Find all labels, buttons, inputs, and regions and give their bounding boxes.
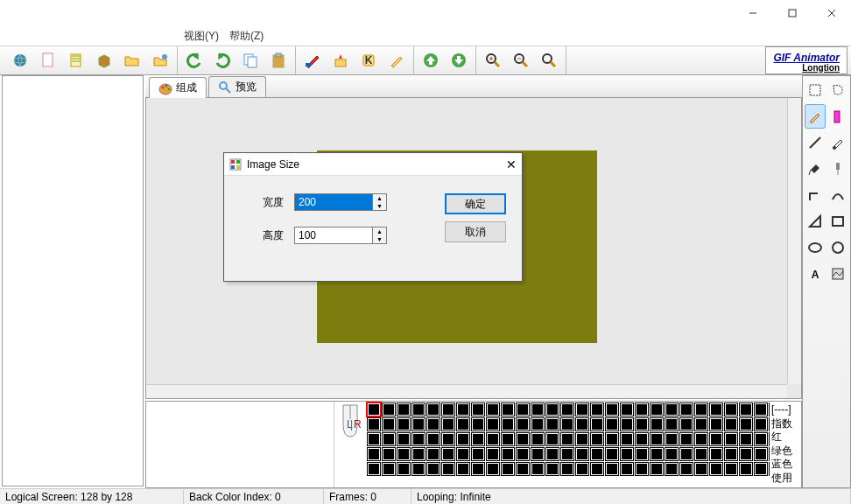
color-swatch[interactable] [740,463,752,475]
text-tool[interactable]: A [805,262,826,286]
pen-icon[interactable] [385,49,408,72]
color-swatch[interactable] [606,433,618,445]
color-swatch[interactable] [383,418,395,430]
curve-tool[interactable] [827,183,848,207]
color-swatch[interactable] [710,418,722,430]
scrollbar-vertical[interactable] [787,98,801,384]
color-swatch[interactable] [680,448,693,460]
color-swatch[interactable] [368,463,380,475]
color-swatch[interactable] [368,448,380,460]
color-swatch[interactable] [457,403,469,416]
color-swatch[interactable] [531,463,544,475]
color-swatch[interactable] [397,418,410,430]
color-swatch[interactable] [591,463,603,475]
color-swatch[interactable] [442,448,454,460]
color-swatch[interactable] [576,433,588,445]
color-swatch[interactable] [368,403,380,416]
color-swatch[interactable] [517,418,529,430]
color-swatch[interactable] [442,463,454,475]
color-swatch[interactable] [680,403,693,416]
color-swatch[interactable] [725,433,737,445]
color-swatch[interactable] [472,418,484,430]
eyedropper-tool[interactable] [827,130,848,155]
redo-icon[interactable] [211,49,234,72]
color-swatch[interactable] [725,463,737,475]
color-swatch[interactable] [517,403,529,416]
color-swatch[interactable] [680,418,693,430]
color-swatch[interactable] [517,448,529,460]
color-swatch[interactable] [487,403,499,416]
color-swatch[interactable] [665,448,678,460]
color-swatch[interactable] [651,403,663,416]
color-swatch[interactable] [680,433,693,445]
color-swatch[interactable] [427,403,440,416]
color-swatch[interactable] [725,448,737,460]
color-swatch[interactable] [383,463,395,475]
color-swatch[interactable] [531,403,544,416]
color-swatch[interactable] [740,433,752,445]
color-swatch[interactable] [457,463,469,475]
up-icon[interactable] [419,49,442,72]
color-swatch[interactable] [576,403,588,416]
color-swatch[interactable] [695,433,707,445]
color-swatch[interactable] [606,418,618,430]
minimize-button[interactable] [733,0,772,26]
color-swatch[interactable] [606,403,618,416]
color-swatch[interactable] [680,463,693,475]
color-swatch[interactable] [427,418,440,430]
zoom-in-icon[interactable] [482,49,504,72]
color-swatch[interactable] [591,448,603,460]
color-swatch[interactable] [412,433,425,445]
select-rect-tool[interactable] [805,78,826,102]
color-swatch[interactable] [546,448,559,460]
color-swatch[interactable] [442,418,454,430]
color-swatch[interactable] [546,418,559,430]
color-swatch[interactable] [427,433,440,445]
color-swatch[interactable] [546,463,559,475]
open-icon[interactable] [121,49,144,72]
color-swatch[interactable] [561,403,573,416]
circle-tool[interactable] [827,235,848,260]
color-swatch[interactable] [397,433,410,445]
square-tool[interactable] [827,209,848,234]
color-swatch[interactable] [576,463,588,475]
color-swatch[interactable] [487,418,499,430]
color-swatch[interactable] [472,448,484,460]
pencil-tool[interactable] [805,104,826,129]
zoom-out-icon[interactable] [510,49,532,72]
color-swatch[interactable] [397,403,410,416]
color-swatch[interactable] [651,448,663,460]
color-swatch[interactable] [412,418,425,430]
color-swatch[interactable] [710,463,722,475]
color-swatch[interactable] [546,403,559,416]
color-swatch[interactable] [710,403,722,416]
color-swatch[interactable] [591,403,603,416]
color-swatch[interactable] [427,463,440,475]
maximize-button[interactable] [772,0,812,26]
color-swatch[interactable] [755,448,767,460]
color-swatch[interactable] [487,448,499,460]
color-swatch[interactable] [606,463,618,475]
color-swatch[interactable] [472,433,484,445]
color-swatch[interactable] [665,403,678,416]
color-swatch[interactable] [442,403,454,416]
menu-view[interactable]: 视图(Y) [184,29,219,44]
color-swatch[interactable] [710,433,722,445]
lasso-tool[interactable] [827,78,848,102]
color-swatch[interactable] [487,433,499,445]
paste-icon[interactable] [267,49,290,72]
color-swatch[interactable] [368,433,380,445]
color-swatch[interactable] [561,418,573,430]
image-tool[interactable] [827,262,848,286]
zoom-fit-icon[interactable] [538,49,560,72]
color-swatch[interactable] [368,418,380,430]
color-swatch[interactable] [740,448,752,460]
color-swatch[interactable] [755,463,767,475]
color-swatch[interactable] [755,418,767,430]
color-swatch[interactable] [755,403,767,416]
color-swatch[interactable] [412,463,425,475]
color-swatch[interactable] [561,463,573,475]
color-swatch[interactable] [531,433,544,445]
height-spinner[interactable]: ▲▼ [373,227,387,244]
color-swatch[interactable] [621,448,633,460]
